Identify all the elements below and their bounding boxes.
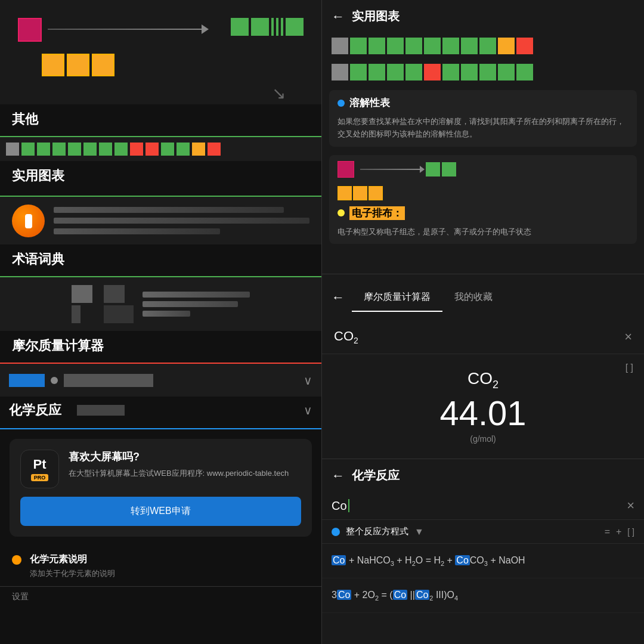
rxn-search-row: Co × — [322, 492, 644, 520]
bottom-item-yuansu[interactable]: 化学元素说明 添加关于化学元素的说明 — [0, 546, 321, 586]
rxn-back-button[interactable]: ← — [332, 468, 345, 484]
rxn-clear-button[interactable]: × — [627, 498, 634, 513]
section-shitu[interactable]: 实用图表 — [0, 137, 321, 197]
rxn-search-input[interactable]: Co — [332, 499, 621, 513]
green-squares-icon — [231, 18, 304, 36]
filter-label: 整个反应方程式 — [346, 526, 408, 537]
huaxue-chevron-icon: ∨ — [304, 403, 312, 417]
card-solubility[interactable]: 溶解性表 如果您要查找某种盐在水中的溶解度，请找到其阳离子所在的列和阴离子所在的… — [329, 90, 637, 147]
shitu-back-button[interactable]: ← — [332, 9, 345, 24]
section-huaxue-label: 化学反应 — [9, 401, 61, 419]
tab-moer-favorites[interactable]: 我的收藏 — [442, 283, 504, 312]
hx-bar-blue-icon — [9, 374, 45, 387]
pt-logo: Pt PRO — [20, 450, 59, 488]
blue-dot-icon — [338, 100, 345, 107]
cursor-bar — [348, 499, 349, 512]
orange-dot-icon — [12, 555, 21, 565]
rxn1-text-1: + NaHCO — [349, 555, 391, 565]
ep-green-sqs-icon — [426, 162, 456, 177]
card-solubility-title: 溶解性表 — [349, 96, 390, 110]
orange-ball-icon — [12, 205, 45, 237]
filter-bracket-icon: [ ] — [627, 527, 634, 537]
gray-bar-2 — [54, 218, 309, 224]
chevron-down-icon: ∨ — [304, 373, 312, 388]
card-solubility-desc: 如果您要查找某种盐在水中的溶解度，请找到其阳离子所在的列和阴离子所在的行，交叉处… — [329, 116, 637, 147]
moer-bar-2 — [143, 301, 238, 307]
formula-clear-button[interactable]: × — [624, 329, 632, 345]
right-middle-moer: ← 摩尔质量计算器 我的收藏 CO2 × [ ] CO2 44.01 (g/mo… — [322, 274, 644, 459]
right-panel: ← 实用图表 — [322, 0, 644, 644]
bottom-item-desc: 添加关于化学元素的说明 — [30, 568, 115, 579]
arrow-head-icon — [202, 24, 209, 34]
moer-squares-icon — [72, 285, 134, 323]
result-unit: (g/mol) — [470, 434, 496, 444]
color-grid-row1 — [322, 33, 644, 59]
promo-title: 喜欢大屏幕吗? — [69, 450, 289, 464]
rxn2-co2-highlight: Co — [393, 590, 407, 600]
section-shuyu-label: 术语词典 — [0, 244, 321, 275]
yellow-row-icon — [42, 54, 114, 76]
result-area: [ ] CO2 44.01 (g/mol) — [322, 354, 644, 459]
promo-desc: 在大型计算机屏幕上尝试WEB应用程序: www.periodic-table.t… — [69, 467, 289, 479]
filter-dot-icon — [332, 528, 340, 536]
section-moer-label: 摩尔质量计算器 — [0, 331, 321, 362]
promo-box: Pt PRO 喜欢大屏幕吗? 在大型计算机屏幕上尝试WEB应用程序: www.p… — [10, 439, 312, 537]
section-moer[interactable]: 摩尔质量计算器 — [0, 277, 321, 364]
rxn-item-2[interactable]: 3Co + 2O2 = (Co ||Co2 III)O4 — [322, 578, 644, 613]
promo-button[interactable]: 转到WEB申请 — [20, 497, 301, 526]
rxn1-co2-highlight: Co — [455, 555, 469, 565]
plus-sign: + — [616, 527, 621, 537]
yellow-dot-icon — [338, 209, 345, 216]
gray-arrow-icon: ↘ — [272, 83, 286, 103]
moer-bar-3 — [143, 311, 190, 317]
ep-arrow-icon — [360, 169, 420, 170]
formula-display: CO2 — [334, 329, 624, 345]
card-electron[interactable]: 电子排布： 电子构型又称电子组态，是原子、离子或分子的电子状态 — [329, 155, 637, 244]
pt-pro-badge: PRO — [31, 474, 49, 481]
card-electron-desc: 电子构型又称电子组态，是原子、离子或分子的电子状态 — [329, 226, 637, 244]
card-electron-preview — [329, 155, 637, 184]
rxn1-co1-highlight: Co — [332, 555, 346, 565]
rxn-item-1[interactable]: Co + NaHCO3 + H2O = H2 + CoCO3 + NaOH — [322, 544, 644, 578]
more-label: 设置 — [0, 586, 321, 607]
moer-back-button[interactable]: ← — [332, 290, 345, 305]
moer-page-header: ← 摩尔质量计算器 我的收藏 — [322, 274, 644, 320]
rxn2-co3-highlight: Co — [415, 590, 429, 600]
right-top-shitu: ← 实用图表 — [322, 0, 644, 274]
gray-bar-1 — [54, 207, 284, 213]
result-formula: CO2 — [467, 369, 499, 391]
hx-bar-gray-icon — [64, 374, 153, 387]
right-bottom-rxn: ← 化学反应 Co × 整个反应方程式 ▼ = + [ ] Co + NaHCO… — [322, 459, 644, 644]
tab-moer-calculator[interactable]: 摩尔质量计算器 — [352, 283, 442, 312]
formula-row: CO2 × — [322, 320, 644, 354]
bottom-item-title: 化学元素说明 — [30, 553, 115, 566]
section-qita[interactable]: ↘ 其他 — [0, 0, 321, 137]
pt-logo-text: Pt — [33, 457, 47, 472]
equals-sign: = — [605, 527, 610, 537]
ep-pink-icon — [338, 161, 354, 178]
rxn-filter-row[interactable]: 整个反应方程式 ▼ = + [ ] — [322, 520, 644, 544]
shitu-page-title: 实用图表 — [352, 8, 400, 24]
shitu-page-header: ← 实用图表 — [322, 0, 644, 33]
hx-sub-bar-icon — [77, 405, 125, 416]
pink-square-icon — [18, 18, 42, 42]
rxn-list: Co + NaHCO3 + H2O = H2 + CoCO3 + NaOH 3C… — [322, 544, 644, 644]
moer-bar-1 — [143, 292, 250, 298]
color-grid-row2 — [322, 59, 644, 85]
rxn-page-header: ← 化学反应 — [322, 459, 644, 492]
ep-yellow-sqs-icon — [338, 186, 383, 200]
left-panel: ↘ 其他 实用图表 — [0, 0, 322, 644]
section-shitu-label: 实用图表 — [0, 161, 321, 192]
gray-bar-3 — [54, 228, 220, 234]
section-huaxue[interactable]: ∨ 化学反应 ∨ — [0, 364, 321, 429]
rxn-page-title: 化学反应 — [352, 467, 400, 484]
section-qita-label: 其他 — [0, 104, 321, 135]
filter-chevron-icon: ▼ — [414, 527, 424, 537]
arrow-line-icon — [48, 29, 203, 30]
card-electron-title: 电子排布： — [349, 206, 405, 220]
search-text: Co — [332, 499, 347, 513]
section-shuyu[interactable]: 术语词典 — [0, 197, 321, 277]
rxn2-co1-highlight: Co — [337, 590, 351, 600]
bracket-icon: [ ] — [626, 363, 633, 373]
hx-dot-icon — [51, 377, 58, 384]
